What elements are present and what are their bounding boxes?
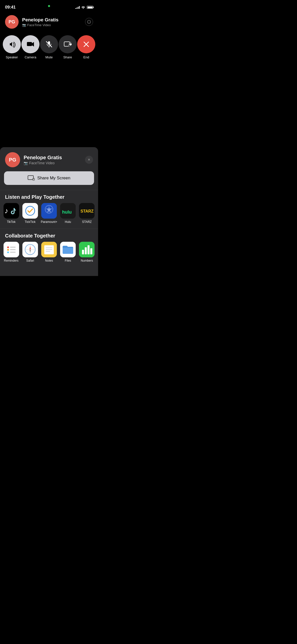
call-info-bar: PG Penelope Gratis 📷 FaceTime Video i	[0, 13, 98, 33]
status-bar: 09:41	[0, 0, 98, 13]
share-label: Share	[63, 55, 72, 59]
camera-label: Camera	[25, 55, 36, 59]
avatar: PG	[5, 15, 19, 29]
section-listen-label: Listen and Play Together	[0, 190, 98, 203]
tiktok-label: TikTok	[7, 220, 15, 224]
app-safari[interactable]: Safari	[21, 242, 39, 262]
reminders-icon	[4, 242, 19, 257]
app-ticktick[interactable]: TickTick	[21, 203, 39, 224]
reminders-label: Reminders	[4, 259, 19, 262]
sheet-video-icon: 📷	[24, 161, 28, 165]
app-notes[interactable]: Notes	[40, 242, 58, 262]
collaborate-apps-row: Reminders Safari	[0, 242, 98, 267]
wifi-icon	[81, 6, 85, 9]
svg-point-30	[7, 249, 9, 251]
svg-point-29	[7, 247, 9, 248]
share-my-screen-button[interactable]: Share My Screen	[4, 171, 94, 185]
caller-details: Penelope Gratis 📷 FaceTime Video	[22, 17, 59, 27]
safari-label: Safari	[26, 259, 34, 262]
mute-circle[interactable]	[40, 35, 58, 53]
status-indicators	[75, 6, 93, 9]
ticktick-label: TickTick	[25, 220, 35, 224]
numbers-icon	[79, 242, 95, 257]
tiktok-icon	[4, 203, 19, 219]
app-hulu[interactable]: hulu Hulu	[59, 203, 77, 224]
app-files[interactable]: Files	[59, 242, 77, 262]
speaker-button[interactable]: Speaker	[3, 35, 21, 59]
numbers-label: Numbers	[81, 259, 93, 262]
sheet-caller-name: Penelope Gratis	[24, 155, 62, 160]
info-button[interactable]: i	[85, 18, 93, 26]
svg-rect-32	[10, 247, 16, 248]
speaker-label: Speaker	[6, 55, 18, 59]
svg-text:STARZ: STARZ	[80, 209, 94, 213]
app-paramount[interactable]: Paramount+	[40, 203, 58, 224]
listen-apps-row: TikTok TickTick	[0, 203, 98, 229]
svg-rect-50	[85, 247, 87, 254]
video-camera-icon: 📷	[22, 23, 26, 27]
battery-icon	[87, 6, 93, 9]
starz-icon: STARZ	[79, 203, 95, 219]
close-button[interactable]: ×	[85, 156, 93, 164]
share-screen-label: Share My Screen	[37, 176, 70, 181]
notes-label: Notes	[45, 259, 53, 262]
svg-rect-49	[82, 250, 84, 254]
sheet-header: PG Penelope Gratis 📷 FaceTime Video ×	[0, 147, 98, 171]
share-sheet: PG Penelope Gratis 📷 FaceTime Video × Sh…	[0, 147, 98, 276]
paramount-label: Paramount+	[41, 220, 57, 224]
sheet-caller-details: Penelope Gratis 📷 FaceTime Video	[24, 155, 62, 165]
sheet-caller-info: PG Penelope Gratis 📷 FaceTime Video	[5, 152, 62, 167]
files-label: Files	[65, 259, 71, 262]
app-numbers[interactable]: Numbers	[78, 242, 96, 262]
ticktick-icon	[22, 203, 38, 219]
sheet-call-type: 📷 FaceTime Video	[24, 161, 62, 165]
speaker-circle[interactable]	[3, 35, 21, 53]
svg-rect-2	[27, 42, 32, 46]
sheet-avatar: PG	[5, 152, 20, 167]
caller-name: Penelope Gratis	[22, 17, 59, 23]
app-reminders[interactable]: Reminders	[3, 242, 20, 262]
svg-rect-34	[10, 252, 16, 253]
call-type: 📷 FaceTime Video	[22, 23, 59, 27]
app-tiktok[interactable]: TikTok	[3, 203, 20, 224]
svg-rect-33	[10, 249, 16, 250]
mute-label: Mute	[46, 55, 53, 59]
starz-label: STARZ	[82, 220, 92, 224]
svg-rect-51	[88, 245, 90, 254]
hulu-label: Hulu	[65, 220, 71, 224]
svg-point-8	[70, 42, 71, 43]
svg-text:i: i	[89, 21, 89, 23]
safari-icon	[22, 242, 38, 257]
camera-button[interactable]: Camera	[21, 35, 39, 59]
caller-info: PG Penelope Gratis 📷 FaceTime Video	[5, 15, 59, 29]
svg-point-31	[7, 252, 9, 253]
paramount-icon	[41, 203, 57, 219]
video-area	[0, 67, 98, 147]
files-icon	[60, 242, 76, 257]
end-label: End	[83, 55, 89, 59]
svg-rect-52	[90, 248, 92, 254]
share-screen-icon	[28, 175, 35, 181]
share-circle[interactable]	[59, 35, 77, 53]
end-circle[interactable]	[77, 35, 95, 53]
active-dot	[48, 5, 50, 7]
mute-button[interactable]: Mute	[40, 35, 58, 59]
hulu-icon: hulu	[60, 203, 76, 219]
end-button[interactable]: End	[77, 35, 95, 59]
app-starz[interactable]: STARZ STARZ	[78, 203, 96, 224]
notes-icon	[41, 242, 57, 257]
camera-circle[interactable]	[21, 35, 39, 53]
signal-icon	[75, 6, 80, 9]
section-collaborate-label: Collaborate Together	[0, 229, 98, 242]
call-controls: Speaker Camera Mute	[0, 33, 98, 67]
status-time: 09:41	[5, 5, 16, 10]
svg-text:hulu: hulu	[62, 210, 72, 215]
share-button[interactable]: Share	[59, 35, 77, 59]
